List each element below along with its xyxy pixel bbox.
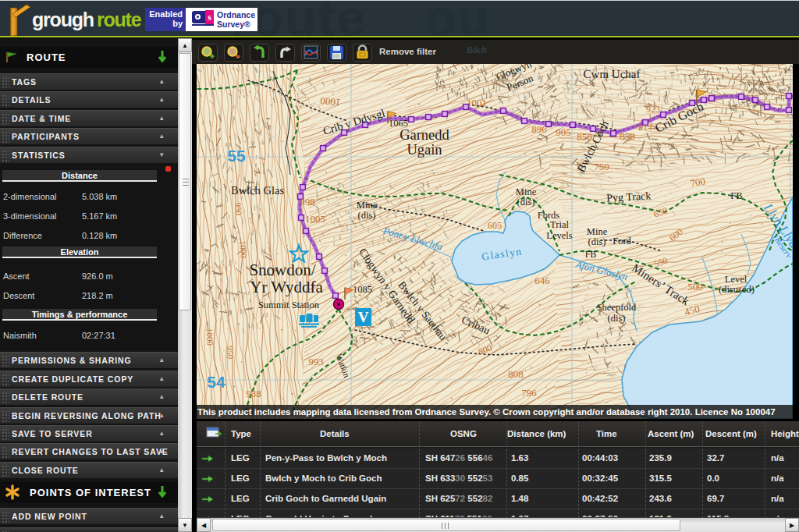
svg-text:Sheepfold: Sheepfold <box>597 302 637 313</box>
svg-text:950: 950 <box>225 346 236 360</box>
svg-text:950: 950 <box>233 202 243 216</box>
svg-text:938: 938 <box>246 388 261 399</box>
svg-text:Yr Wyddfa: Yr Wyddfa <box>250 278 323 296</box>
svg-text:(dis): (dis) <box>588 236 606 247</box>
svg-text:Snowdon/: Snowdon/ <box>249 261 315 279</box>
svg-text:Cwm Uchaf: Cwm Uchaf <box>584 68 641 80</box>
svg-text:998: 998 <box>300 196 315 207</box>
svg-text:1000: 1000 <box>204 328 215 346</box>
svg-text:Pyg Track: Pyg Track <box>606 190 652 204</box>
svg-text:54: 54 <box>207 373 225 391</box>
svg-text:1085: 1085 <box>353 284 372 295</box>
svg-text:1000: 1000 <box>238 240 249 258</box>
svg-text:55: 55 <box>227 147 246 165</box>
svg-text:905: 905 <box>556 126 571 138</box>
svg-text:Ugain: Ugain <box>407 142 442 158</box>
svg-text:Mine: Mine <box>587 226 608 237</box>
svg-text:923: 923 <box>646 104 660 115</box>
svg-text:FB: FB <box>730 190 742 201</box>
svg-text:Mine: Mine <box>357 200 378 211</box>
svg-text:(dis): (dis) <box>517 197 535 207</box>
svg-text:993: 993 <box>308 356 324 367</box>
svg-text:646: 646 <box>534 275 550 286</box>
svg-text:850: 850 <box>577 131 592 143</box>
svg-text:(dis): (dis) <box>608 313 626 324</box>
svg-text:Trial: Trial <box>550 219 569 230</box>
svg-text:858: 858 <box>620 130 635 142</box>
svg-text:V: V <box>358 309 369 325</box>
svg-text:896: 896 <box>531 123 547 135</box>
svg-text:1005: 1005 <box>305 213 325 225</box>
svg-text:750: 750 <box>594 161 609 172</box>
svg-text:(disused): (disused) <box>719 284 755 295</box>
svg-text:914: 914 <box>638 122 652 133</box>
svg-text:796: 796 <box>521 387 537 399</box>
svg-text:Summit Station: Summit Station <box>258 300 320 310</box>
svg-text:Mine: Mine <box>516 186 537 197</box>
svg-text:Levels: Levels <box>546 230 572 241</box>
svg-text:Garnedd: Garnedd <box>400 127 449 143</box>
svg-text:1000: 1000 <box>320 94 342 108</box>
svg-text:Bwlch Glas: Bwlch Glas <box>231 184 284 197</box>
svg-text:Level: Level <box>725 274 748 285</box>
svg-text:FB: FB <box>585 249 597 260</box>
svg-text:605: 605 <box>488 220 502 231</box>
svg-text:1001: 1001 <box>467 97 487 108</box>
svg-text:500: 500 <box>687 281 703 293</box>
svg-text:808: 808 <box>508 368 524 380</box>
svg-text:(dis): (dis) <box>358 210 376 221</box>
svg-text:Ford: Ford <box>613 236 631 246</box>
